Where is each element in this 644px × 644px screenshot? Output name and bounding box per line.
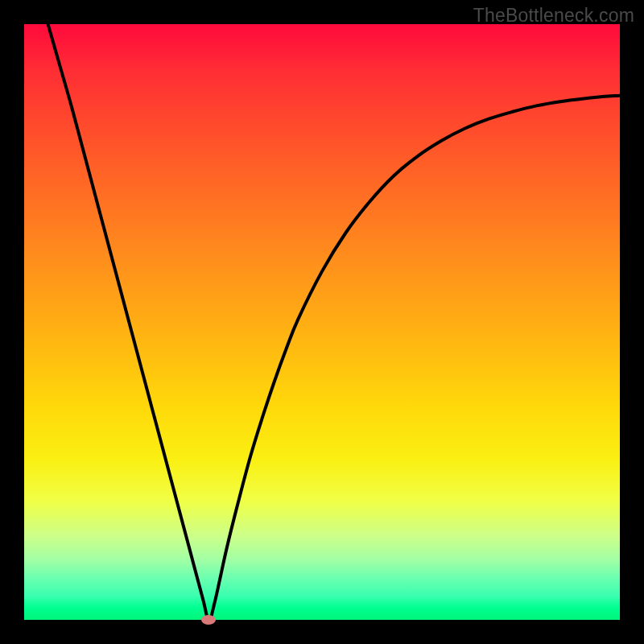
minimum-marker	[201, 615, 216, 625]
bottleneck-curve	[24, 24, 620, 620]
watermark-text: TheBottleneck.com	[473, 5, 634, 27]
chart-frame: TheBottleneck.com	[0, 0, 644, 644]
plot-area	[24, 24, 620, 620]
